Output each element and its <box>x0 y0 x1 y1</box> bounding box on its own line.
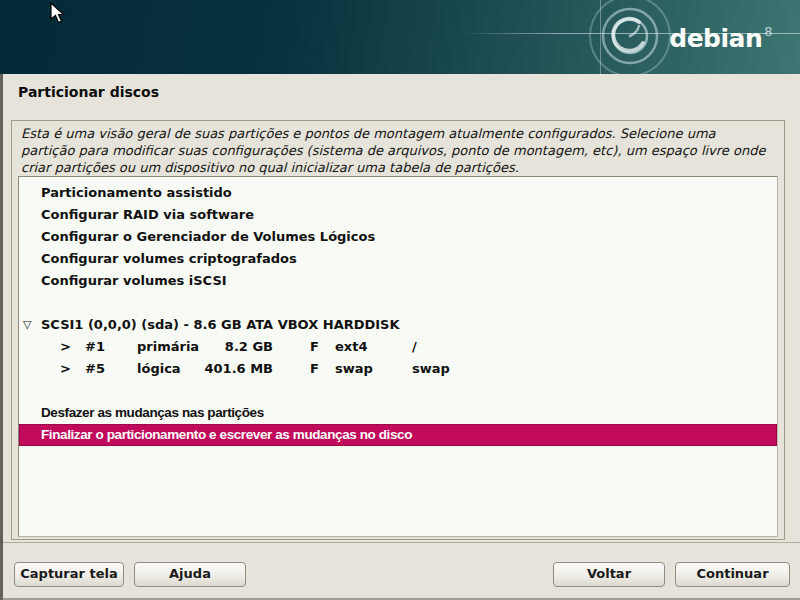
mouse-cursor <box>50 2 66 24</box>
brand-logotype: debian8 <box>669 21 770 52</box>
list-item-label: Particionamento assistido <box>41 185 232 200</box>
list-item-configure-raid[interactable]: Configurar RAID via software <box>19 204 777 226</box>
partition-mountpoint: swap <box>412 358 450 380</box>
installer-screen: debian8 Particionar discos Esta é uma vi… <box>0 0 800 600</box>
list-item-label: Configurar volumes iSCSI <box>41 273 227 288</box>
spacer-row <box>19 380 777 402</box>
list-item-label: Configurar RAID via software <box>41 207 254 222</box>
footer-divider <box>0 542 800 543</box>
partition-marker: > <box>60 358 71 380</box>
partition-number: #5 <box>85 358 105 380</box>
list-item-configure-crypto[interactable]: Configurar volumes criptografados <box>19 248 777 270</box>
list-item-configure-iscsi[interactable]: Configurar volumes iSCSI <box>19 270 777 292</box>
list-item-finish-partitioning[interactable]: Finalizar o particionamento e escrever a… <box>19 424 777 446</box>
partition-list[interactable]: Particionamento assistido Configurar RAI… <box>18 176 778 537</box>
brand-version: 8 <box>764 24 772 39</box>
list-item-label: Configurar o Gerenciador de Volumes Lógi… <box>41 229 375 244</box>
help-button[interactable]: Ajuda <box>134 562 246 587</box>
step-description: Esta é uma visão geral de suas partições… <box>21 125 773 176</box>
brand-name: debian <box>669 24 762 53</box>
content-frame: Esta é uma visão geral de suas partições… <box>11 120 785 540</box>
list-item-guided-partitioning[interactable]: Particionamento assistido <box>19 182 777 204</box>
partition-size: 401.6 MB <box>169 358 273 380</box>
disk-label: SCSI1 (0,0,0) (sda) - 8.6 GB ATA VBOX HA… <box>41 317 400 332</box>
screenshot-button[interactable]: Capturar tela <box>14 562 124 587</box>
continue-button[interactable]: Continuar <box>675 562 790 587</box>
disk-row-sda[interactable]: ▽ SCSI1 (0,0,0) (sda) - 8.6 GB ATA VBOX … <box>19 314 777 336</box>
expander-open-icon[interactable]: ▽ <box>23 314 31 336</box>
partition-number: #1 <box>85 336 105 358</box>
partition-format-flag: F <box>310 358 319 380</box>
header-banner: debian8 <box>0 0 800 74</box>
partition-marker: > <box>60 336 71 358</box>
partition-format-flag: F <box>310 336 319 358</box>
partition-mountpoint: / <box>412 336 417 358</box>
list-item-configure-lvm[interactable]: Configurar o Gerenciador de Volumes Lógi… <box>19 226 777 248</box>
back-button[interactable]: Voltar <box>553 562 665 587</box>
partition-row-1[interactable]: > #1 primária 8.2 GB F ext4 / <box>19 336 777 358</box>
partition-filesystem: swap <box>335 358 373 380</box>
screen-left-edge <box>0 74 3 600</box>
list-item-label: Configurar volumes criptografados <box>41 251 297 266</box>
partition-size: 8.2 GB <box>169 336 273 358</box>
list-item-label: Finalizar o particionamento e escrever a… <box>41 427 412 442</box>
page-title: Particionar discos <box>18 84 159 100</box>
spacer-row <box>19 292 777 314</box>
list-item-undo-changes[interactable]: Desfazer as mudanças nas partições <box>19 402 777 424</box>
list-item-label: Desfazer as mudanças nas partições <box>41 405 264 420</box>
partition-filesystem: ext4 <box>335 336 367 358</box>
partition-row-5[interactable]: > #5 lógica 401.6 MB F swap swap <box>19 358 777 380</box>
